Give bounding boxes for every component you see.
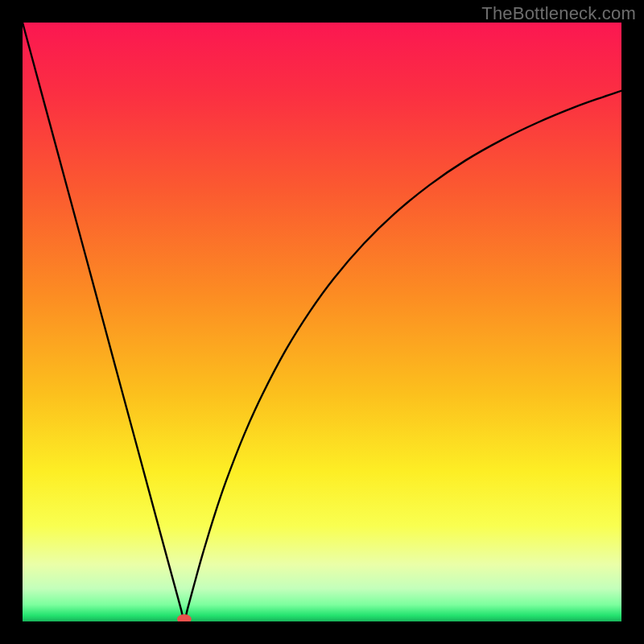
watermark-text: TheBottleneck.com	[481, 3, 636, 24]
bottleneck-chart	[23, 23, 621, 621]
plot-frame	[23, 23, 621, 621]
gradient-background	[23, 23, 621, 621]
